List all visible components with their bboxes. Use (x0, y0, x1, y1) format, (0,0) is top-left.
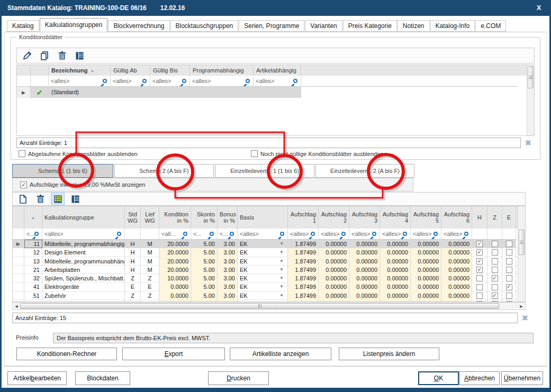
header-cell-h[interactable]: H (472, 206, 487, 229)
dropdown-arrow-icon[interactable]: ▼ (279, 266, 284, 274)
header-cell-basis[interactable]: Basis (238, 206, 288, 229)
cell-aufschlag-6[interactable]: 0.00000 (441, 291, 472, 300)
checkbox-z[interactable] (492, 249, 498, 256)
clear-filter-icon[interactable]: ✖ (525, 139, 531, 147)
dropdown-arrow-icon[interactable]: ▼ (279, 291, 284, 300)
copy-icon[interactable] (38, 49, 51, 62)
header-cell-programmabh-ngig[interactable]: Programmabhängig (190, 65, 254, 76)
cell-aufschlag-1[interactable]: 1.87499 (288, 257, 319, 266)
checkbox-mwst-box[interactable] (20, 181, 27, 188)
cell-aufschlag-2[interactable]: 0.00000 (319, 257, 349, 266)
search-icon[interactable] (230, 232, 234, 236)
header-cell-aufschlag-4[interactable]: Aufschlag4 (380, 206, 411, 229)
close-icon[interactable]: X (534, 3, 544, 13)
scroll-right-icon[interactable]: ► (518, 304, 525, 309)
cell-aufschlag-1[interactable]: 1.87499 (288, 266, 319, 274)
header-cell-bezeichnung[interactable]: Bezeichnung▲ (49, 65, 111, 76)
table-row-41[interactable]: 41ElektrogeräteEE0.00005.003.00EK▼1.8749… (13, 282, 525, 291)
checkbox-h[interactable] (476, 249, 483, 256)
search-icon[interactable] (341, 232, 346, 236)
new-page-icon[interactable] (16, 193, 29, 205)
cell-aufschlag-5[interactable]: 0.00000 (411, 257, 441, 266)
tab-katalog-info[interactable]: Katalog-Info (430, 20, 475, 32)
checkbox-e[interactable] (506, 249, 512, 256)
cell-aufschlag-5[interactable]: 0.00000 (411, 266, 441, 274)
tab-blockverrechnung[interactable]: Blockverrechnung (108, 20, 169, 32)
search-icon[interactable] (142, 79, 147, 83)
checkbox-h[interactable] (476, 284, 483, 290)
cell-skonto[interactable]: 5.00 (191, 248, 218, 257)
cell-aufschlag-2[interactable]: 0.00000 (319, 266, 349, 274)
kalkulation-hscrollbar[interactable]: ◄ ► (12, 302, 526, 310)
checkbox-e[interactable] (506, 258, 512, 265)
cell-kondition[interactable]: 0.0000 (159, 282, 191, 291)
cell-bonus[interactable]: 3.00 (218, 291, 238, 300)
filter-cell[interactable]: <alles> (111, 76, 150, 87)
checkbox-h[interactable] (476, 293, 483, 299)
cell-aufschlag-6[interactable]: 0.00000 (441, 240, 472, 248)
dropdown-arrow-icon[interactable]: ▼ (279, 240, 284, 248)
header-cell-skonto-in-[interactable]: Skontoin % (191, 206, 218, 229)
cell-aufschlag-5[interactable]: 0.00000 (411, 291, 441, 300)
table-row-32[interactable]: 32Spülen, Spülenzub., Mischbatt.ZZ10.000… (13, 274, 525, 282)
header-cell-artikelabh-ngig[interactable]: Artikelabhängig (254, 65, 301, 76)
header-cell-kondition-in-[interactable]: Konditionin % (159, 206, 191, 229)
cell-aufschlag-6[interactable]: 0.00000 (441, 248, 472, 257)
filter-cell[interactable]: <alles> (288, 229, 319, 240)
search-icon[interactable] (246, 79, 250, 83)
table-row-13[interactable]: 13Möbelteile, programmunabhängigHM20.000… (13, 257, 525, 266)
table-row-11[interactable]: ▶11Möbelteile, programmabhängigHM20.0000… (13, 240, 525, 248)
cell-skonto[interactable]: 5.00 (191, 266, 218, 274)
tab-preis-kategorie[interactable]: Preis Kategorie (343, 20, 397, 32)
cell-bonus[interactable]: 3.00 (218, 266, 238, 274)
filter-cell[interactable]: <... (24, 229, 42, 240)
tab-blocktauschgruppen[interactable]: Blocktauschgruppen (170, 20, 239, 32)
table-row[interactable]: ▶✔(Standard) (17, 87, 534, 98)
header-cell-bonus-in-[interactable]: Bonusin % (218, 206, 238, 229)
grid-icon[interactable] (51, 193, 64, 205)
table-icon[interactable] (73, 49, 86, 62)
search-icon[interactable] (280, 232, 284, 236)
cell-aufschlag-6[interactable]: 0.00000 (441, 266, 472, 274)
cell-bonus[interactable]: 3.00 (218, 274, 238, 282)
cell-skonto[interactable]: 5.00 (191, 274, 218, 282)
cell-aufschlag-5[interactable]: 0.00000 (411, 248, 441, 257)
cell-aufschlag-2[interactable]: 0.00000 (319, 291, 349, 300)
tab-varianten[interactable]: Varianten (305, 20, 342, 32)
button-abbrechen[interactable]: Abbrechen (459, 371, 500, 385)
filter-cell[interactable]: <alles> (380, 229, 411, 240)
button-blockdaten[interactable]: Blockdaten (75, 371, 130, 385)
cell-aufschlag-6[interactable]: 0.00000 (441, 282, 472, 291)
button-artikelliste-anzeigen[interactable]: Artikelliste anzeigen (230, 348, 331, 360)
filter-cell[interactable]: <alles> (411, 229, 441, 240)
cell-aufschlag-1[interactable]: 1.87499 (288, 291, 319, 300)
table-row-21[interactable]: 21ArbeitsplattenHM20.00005.003.00EK▼1.87… (13, 266, 525, 274)
konditionsblaetter-vscrollbar[interactable] (527, 65, 534, 135)
search-icon[interactable] (372, 232, 376, 236)
cell-aufschlag-6[interactable]: 0.00000 (441, 274, 472, 282)
table-icon[interactable] (69, 193, 82, 205)
cell-basis[interactable]: EK▼ (238, 291, 288, 300)
filter-cell[interactable]: <alles> (42, 229, 125, 240)
header-cell-kalkulationsgruppe[interactable]: Kalkulationsgruppe (42, 206, 125, 229)
header-cell-aufschlag-2[interactable]: Aufschlag2 (319, 206, 349, 229)
header-cell-e[interactable]: E (502, 206, 516, 229)
cell-aufschlag-1[interactable]: 1.87499 (288, 240, 319, 248)
filter-cell[interactable]: <alles> (319, 229, 349, 240)
cell-aufschlag-2[interactable]: 0.00000 (319, 248, 349, 257)
filter-cell[interactable]: <alles> (190, 76, 254, 87)
cell-aufschlag-4[interactable]: 0.00000 (380, 248, 411, 257)
filter-cell[interactable]: <alles> (150, 76, 190, 87)
filter-cell[interactable]: <all... (159, 229, 191, 240)
cell-aufschlag-3[interactable]: 0.00000 (349, 266, 380, 274)
cell-aufschlag-4[interactable]: 0.00000 (380, 274, 411, 282)
header-cell-lief-wg[interactable]: LiefWG (141, 206, 159, 229)
dropdown-arrow-icon[interactable]: ▼ (279, 257, 284, 266)
button-listenpreis-ändern[interactable]: Listenpreis ändern (339, 348, 439, 360)
checkbox-h[interactable] (476, 275, 483, 281)
filter-cell[interactable]: <alles> (441, 229, 472, 240)
cell-skonto[interactable]: 5.00 (191, 291, 218, 300)
filter-cell[interactable]: <... (191, 229, 218, 240)
dropdown-arrow-icon[interactable]: ▼ (279, 274, 284, 282)
search-icon[interactable] (182, 79, 186, 83)
